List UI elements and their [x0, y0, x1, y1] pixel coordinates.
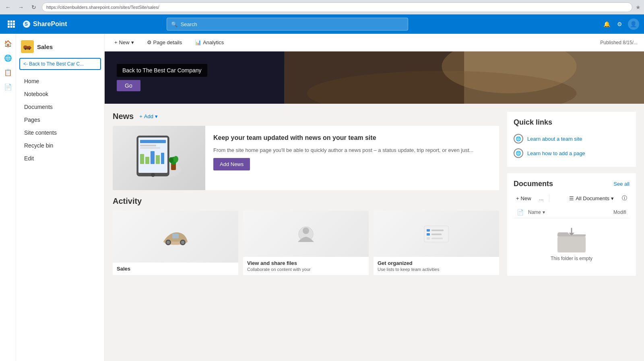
sidebar-item-edit[interactable]: Edit — [16, 152, 104, 165]
quick-link-1-icon: 🌐 — [514, 134, 523, 144]
profile-avatar[interactable]: 👤 — [628, 18, 639, 30]
news-headline: Keep your team updated with news on your… — [213, 134, 491, 142]
pages-icon[interactable]: 📄 — [2, 80, 14, 93]
svg-rect-4 — [10, 23, 12, 25]
doc-type-icon: 📄 — [517, 209, 524, 215]
site-logo — [21, 40, 34, 53]
quick-link-1[interactable]: 🌐 Learn about a team site — [514, 131, 630, 146]
add-news-button[interactable]: Add News — [213, 158, 250, 170]
svg-rect-30 — [151, 151, 155, 164]
sidebar-item-home[interactable]: Home — [16, 75, 104, 88]
svg-rect-7 — [10, 26, 12, 28]
activity-card-files-title: View and share files — [247, 260, 365, 266]
published-status: Published 8/15/... — [600, 40, 638, 45]
new-chevron-icon: ▾ — [131, 39, 134, 45]
svg-rect-5 — [13, 23, 15, 25]
left-column: News + Add ▾ — [113, 112, 507, 353]
activity-card-organized-footer: Get organized Use lists to keep team act… — [374, 257, 499, 275]
svg-rect-8 — [13, 26, 15, 28]
svg-point-14 — [28, 46, 31, 47]
sidebar-item-site-contents[interactable]: Site contents — [16, 126, 104, 139]
doc-more-button[interactable]: ... — [537, 194, 546, 203]
waffle-icon[interactable] — [5, 18, 18, 31]
quick-link-2-text: Learn how to add a page — [527, 150, 585, 156]
sites-icon[interactable]: 🌐 — [2, 51, 14, 64]
doc-name-col-header[interactable]: Name ▾ — [528, 209, 594, 215]
doc-info-button[interactable]: ⓘ — [619, 193, 630, 203]
svg-text:S: S — [25, 21, 28, 27]
quick-link-2[interactable]: 🌐 Learn how to add a page — [514, 146, 630, 160]
new-button[interactable]: + New ▾ — [111, 37, 137, 48]
doc-separator — [549, 194, 549, 202]
main-content: News + Add ▾ — [105, 104, 644, 361]
see-all-link[interactable]: See all — [613, 181, 630, 187]
site-name-label: Sales — [37, 43, 53, 50]
svg-point-35 — [173, 156, 178, 162]
page-details-icon: ⚙ — [147, 39, 152, 45]
new-label: New — [119, 39, 130, 45]
browser-address-bar[interactable]: https://citizenbuilders.sharepoint.com/s… — [42, 2, 632, 12]
activity-section: Activity — [113, 197, 499, 275]
search-icon: 🔍 — [171, 21, 178, 27]
settings-icon[interactable]: ⚙ — [615, 19, 625, 29]
browser-forward-btn[interactable]: → — [16, 2, 26, 12]
svg-rect-28 — [140, 154, 144, 164]
svg-rect-53 — [557, 236, 586, 252]
quick-links-title: Quick links — [514, 118, 630, 127]
activity-card-sales-title: Sales — [117, 266, 234, 272]
news-card: Keep your team updated with news on your… — [113, 126, 499, 190]
documents-header: Documents See all — [514, 180, 630, 188]
browser-favorites-icon[interactable]: ★ — [636, 4, 641, 10]
quick-link-1-text: Learn about a team site — [527, 136, 582, 142]
activity-card-sales-image — [113, 211, 238, 263]
sidebar-item-pages[interactable]: Pages — [16, 113, 104, 126]
news-section-header: News + Add ▾ — [113, 112, 499, 121]
svg-rect-49 — [427, 233, 430, 236]
svg-rect-52 — [431, 238, 443, 239]
activity-card-files-image — [243, 211, 369, 257]
sharepoint-logo[interactable]: S SharePoint — [23, 20, 67, 28]
sidebar-item-notebook[interactable]: Notebook — [16, 88, 104, 101]
hero-go-btn[interactable]: Go — [117, 80, 140, 91]
home-icon[interactable]: 🏠 — [2, 37, 14, 50]
activity-icon[interactable]: 📋 — [2, 66, 14, 79]
doc-filter-button[interactable]: ☰ All Documents ▾ — [567, 194, 616, 203]
doc-new-button[interactable]: + New — [514, 194, 534, 203]
sidebar: Sales <- Back to The Best Car C... Home … — [16, 34, 105, 361]
news-image — [113, 126, 205, 190]
doc-new-plus-icon: + — [516, 195, 519, 201]
hero-back-btn[interactable]: Back to The Best Car Company — [117, 64, 207, 77]
svg-rect-25 — [140, 140, 166, 143]
notifications-icon[interactable]: 🔔 — [602, 19, 612, 29]
svg-rect-6 — [8, 26, 10, 28]
filter-icon: ☰ — [569, 195, 574, 201]
svg-point-15 — [25, 48, 26, 50]
sidebar-nav: Home Notebook Documents Pages Site conte… — [16, 72, 104, 168]
activity-card-files-footer: View and share files Collaborate on cont… — [243, 257, 369, 275]
back-to-parent-btn[interactable]: <- Back to The Best Car C... — [19, 58, 101, 70]
analytics-button[interactable]: 📊 Analytics — [192, 37, 227, 48]
svg-point-40 — [167, 241, 170, 244]
news-add-button[interactable]: + Add ▾ — [137, 112, 160, 121]
browser-refresh-btn[interactable]: ↻ — [29, 2, 39, 12]
analytics-label: Analytics — [203, 39, 224, 45]
news-content: Keep your team updated with news on your… — [205, 126, 499, 190]
svg-point-36 — [169, 157, 173, 163]
sidebar-item-documents[interactable]: Documents — [16, 101, 104, 113]
svg-rect-32 — [161, 153, 164, 164]
page-toolbar: + New ▾ ⚙ Page details 📊 Analytics Publi… — [105, 34, 644, 51]
svg-point-37 — [151, 173, 155, 177]
doc-filter-chevron-icon: ▾ — [611, 195, 614, 201]
svg-rect-2 — [13, 21, 15, 23]
sidebar-item-recycle-bin[interactable]: Recycle bin — [16, 139, 104, 152]
svg-point-42 — [181, 241, 184, 244]
browser-back-btn[interactable]: ← — [3, 2, 13, 12]
quick-links-section: Quick links 🌐 Learn about a team site 🌐 … — [507, 112, 636, 167]
page-details-label: Page details — [153, 39, 182, 45]
page-details-button[interactable]: ⚙ Page details — [144, 37, 186, 48]
doc-name-sort-icon: ▾ — [543, 209, 545, 215]
svg-rect-50 — [431, 234, 442, 235]
plus-icon: + — [114, 39, 118, 45]
search-bar[interactable]: 🔍 Search — [167, 18, 408, 31]
svg-rect-27 — [140, 147, 160, 149]
